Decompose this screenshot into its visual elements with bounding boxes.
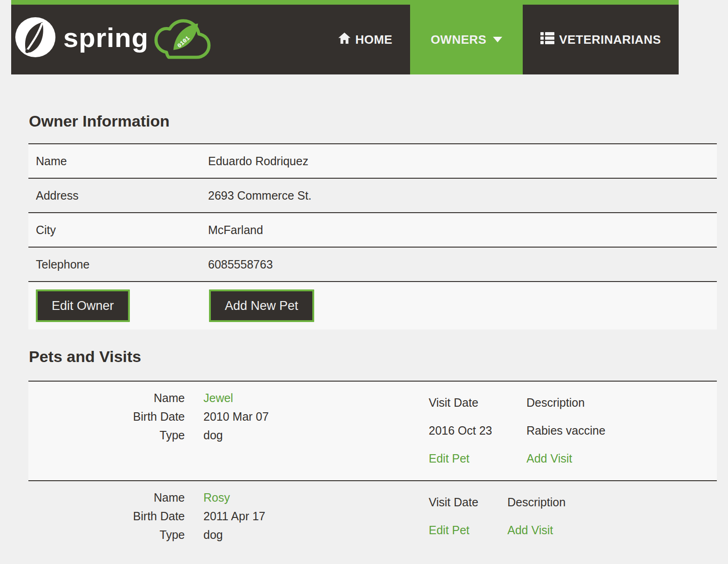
owner-address-label: Address bbox=[28, 189, 208, 202]
pet-birthdate-value: 2011 Apr 17 bbox=[203, 507, 265, 525]
owner-telephone-value: 6085558763 bbox=[208, 258, 273, 271]
visit-date-value: 2016 Oct 23 bbox=[429, 421, 526, 449]
owner-name-label: Name bbox=[28, 154, 208, 168]
visit-description-value: Rabies vaccine bbox=[526, 421, 616, 449]
pet-details: Name Rosy Birth Date 2011 Apr 17 Type do… bbox=[28, 488, 265, 544]
visits-table: Visit Date Description Edit Pet Add Visi… bbox=[429, 493, 576, 549]
pet-row-rosy: Name Rosy Birth Date 2011 Apr 17 Type do… bbox=[28, 480, 717, 564]
owner-information-title: Owner Information bbox=[29, 112, 169, 130]
add-visit-link[interactable]: Add Visit bbox=[526, 452, 572, 465]
pets-and-visits-title: Pets and Visits bbox=[29, 347, 141, 366]
page: spring 0101 HOME OWNERS bbox=[0, 0, 728, 564]
pet-name-link[interactable]: Rosy bbox=[203, 491, 230, 504]
table-row: City McFarland bbox=[28, 212, 717, 247]
pet-details: Name Jewel Birth Date 2010 Mar 07 Type d… bbox=[28, 389, 269, 444]
pets-and-visits-table: Name Jewel Birth Date 2010 Mar 07 Type d… bbox=[28, 381, 717, 564]
owner-city-label: City bbox=[28, 223, 208, 237]
visit-description-header: Description bbox=[526, 393, 616, 421]
table-row: Telephone 6085558763 bbox=[28, 247, 717, 281]
pet-type-label: Type bbox=[28, 525, 185, 544]
pet-name-label: Name bbox=[28, 488, 185, 507]
edit-pet-link[interactable]: Edit Pet bbox=[429, 452, 470, 465]
visit-date-header: Visit Date bbox=[429, 393, 526, 421]
owner-name-value: Eduardo Rodriquez bbox=[208, 154, 308, 168]
pet-type-value: dog bbox=[203, 525, 223, 544]
owner-address-value: 2693 Commerce St. bbox=[208, 189, 311, 202]
pet-name-link[interactable]: Jewel bbox=[203, 391, 233, 404]
owner-telephone-label: Telephone bbox=[28, 258, 208, 271]
pet-type-value: dog bbox=[203, 426, 223, 444]
visit-description-header: Description bbox=[507, 493, 576, 521]
visit-date-header: Visit Date bbox=[429, 493, 507, 521]
add-new-pet-button[interactable]: Add New Pet bbox=[209, 289, 314, 322]
pet-birthdate-label: Birth Date bbox=[28, 507, 185, 525]
pet-birthdate-label: Birth Date bbox=[28, 407, 185, 426]
owner-actions-row: Edit Owner Add New Pet bbox=[28, 281, 717, 329]
table-row: Address 2693 Commerce St. bbox=[28, 178, 717, 212]
pet-row-jewel: Name Jewel Birth Date 2010 Mar 07 Type d… bbox=[28, 381, 717, 480]
table-row: Name Eduardo Rodriquez bbox=[28, 143, 717, 178]
main-content: Owner Information Name Eduardo Rodriquez… bbox=[28, 0, 717, 564]
pet-birthdate-value: 2010 Mar 07 bbox=[203, 407, 269, 426]
visit-row: 2016 Oct 23 Rabies vaccine bbox=[429, 421, 616, 449]
pet-name-label: Name bbox=[28, 389, 185, 407]
edit-pet-link[interactable]: Edit Pet bbox=[429, 524, 470, 537]
owner-city-value: McFarland bbox=[208, 223, 263, 237]
owner-information-table: Name Eduardo Rodriquez Address 2693 Comm… bbox=[28, 143, 717, 329]
pet-type-label: Type bbox=[28, 426, 185, 444]
edit-owner-button[interactable]: Edit Owner bbox=[36, 289, 130, 322]
add-visit-link[interactable]: Add Visit bbox=[507, 524, 553, 537]
visits-table: Visit Date Description 2016 Oct 23 Rabie… bbox=[429, 393, 616, 477]
